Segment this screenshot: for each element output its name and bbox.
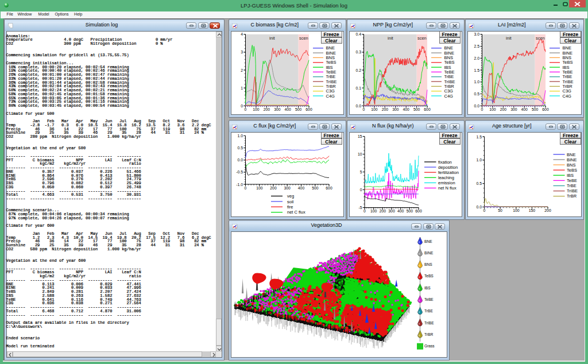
svg-text:1.5: 1.5 (474, 68, 480, 72)
svg-text:TrBR: TrBR (567, 193, 577, 199)
svg-text:0.5: 0.5 (477, 181, 482, 185)
svg-text:TrIBE: TrIBE (424, 321, 434, 325)
svg-text:0.5: 0.5 (474, 92, 480, 96)
svg-text:BNS: BNS (424, 262, 432, 266)
svg-text:0.0: 0.0 (477, 205, 482, 209)
svg-text:0: 0 (481, 107, 483, 111)
svg-text:600: 600 (542, 107, 549, 111)
svg-text:3.0: 3.0 (474, 32, 480, 36)
svg-text:fixation: fixation (438, 159, 452, 164)
svg-text:100: 100 (513, 208, 520, 212)
svg-text:0: 0 (363, 209, 366, 213)
svg-text:init: init (388, 35, 394, 40)
svg-text:500: 500 (295, 107, 302, 111)
svg-text:300: 300 (388, 209, 395, 213)
svg-text:600: 600 (305, 107, 312, 111)
svg-text:0: 0 (245, 107, 247, 111)
svg-text:1: 1 (241, 86, 243, 90)
svg-text:400: 400 (285, 107, 292, 111)
svg-text:300: 300 (392, 107, 399, 111)
svg-text:emission: emission (438, 180, 455, 185)
svg-text:100: 100 (253, 107, 260, 111)
svg-text:200: 200 (264, 107, 270, 111)
svg-text:400: 400 (521, 107, 528, 111)
svg-text:C4G: C4G (326, 93, 335, 98)
svg-text:TeBE: TeBE (567, 178, 577, 183)
svg-text:-0.5: -0.5 (236, 170, 243, 174)
svg-text:500: 500 (312, 185, 319, 189)
svg-text:50: 50 (498, 208, 502, 212)
svg-text:Grass: Grass (424, 344, 435, 348)
svg-text:0: 0 (363, 107, 365, 111)
svg-text:-5: -5 (358, 206, 362, 210)
svg-text:100: 100 (256, 185, 263, 189)
svg-text:0.1: 0.1 (356, 86, 362, 90)
svg-text:TrIBE: TrIBE (567, 188, 578, 193)
svg-text:0.3: 0.3 (356, 50, 362, 54)
svg-text:init: init (269, 35, 276, 40)
svg-text:leaching: leaching (438, 175, 454, 180)
svg-text:500: 500 (407, 209, 413, 213)
svg-text:fertilization: fertilization (438, 169, 459, 175)
svg-text:TrBE: TrBE (567, 183, 577, 188)
svg-text:C4G: C4G (444, 93, 454, 98)
svg-text:300: 300 (284, 185, 291, 189)
svg-text:BINE: BINE (424, 251, 434, 255)
svg-text:200: 200 (382, 107, 389, 111)
svg-text:net C flux: net C flux (287, 210, 305, 215)
svg-text:net N flux: net N flux (438, 185, 457, 191)
svg-text:0.0: 0.0 (238, 158, 243, 162)
svg-text:TeBS: TeBS (424, 274, 434, 278)
svg-text:500: 500 (532, 107, 539, 111)
svg-text:1.0: 1.0 (474, 80, 480, 84)
svg-text:600: 600 (326, 185, 332, 189)
svg-text:1.0: 1.0 (477, 158, 482, 162)
svg-text:0: 0 (245, 185, 247, 189)
svg-text:BNE: BNE (424, 239, 432, 243)
svg-text:0.5: 0.5 (238, 146, 243, 150)
svg-text:0: 0 (483, 208, 486, 212)
svg-text:-1.0: -1.0 (236, 182, 243, 186)
svg-text:IBS: IBS (567, 172, 574, 177)
svg-text:scen: scen (417, 35, 427, 40)
svg-text:300: 300 (274, 107, 281, 111)
svg-text:veg: veg (287, 193, 294, 199)
svg-text:500: 500 (413, 107, 420, 111)
svg-text:2.0: 2.0 (474, 56, 480, 60)
svg-text:BNS: BNS (567, 162, 575, 167)
svg-text:C4G: C4G (563, 93, 572, 98)
svg-text:0: 0 (241, 103, 243, 107)
svg-text:3: 3 (241, 50, 243, 54)
svg-text:4: 4 (241, 32, 243, 36)
svg-text:100: 100 (489, 107, 496, 111)
svg-text:0.0: 0.0 (474, 103, 480, 107)
svg-text:deposition: deposition (438, 164, 458, 169)
svg-text:400: 400 (403, 107, 410, 111)
svg-text:2.5: 2.5 (474, 44, 480, 48)
svg-text:200: 200 (544, 208, 551, 212)
svg-text:200: 200 (500, 107, 507, 111)
svg-text:100: 100 (370, 209, 377, 213)
svg-text:10: 10 (358, 152, 362, 156)
svg-text:15: 15 (358, 134, 362, 138)
svg-text:scen: scen (299, 35, 308, 40)
svg-text:TrBE: TrBE (424, 309, 433, 313)
svg-text:0.0: 0.0 (356, 103, 362, 107)
svg-text:150: 150 (529, 208, 536, 212)
svg-text:TeBE: TeBE (424, 297, 434, 301)
svg-text:600: 600 (424, 107, 431, 111)
svg-text:300: 300 (510, 107, 517, 111)
svg-text:400: 400 (397, 209, 404, 213)
svg-text:2: 2 (241, 68, 243, 72)
svg-text:200: 200 (270, 185, 277, 189)
svg-text:IBS: IBS (424, 286, 431, 290)
svg-text:1.5: 1.5 (477, 134, 482, 138)
svg-text:TeBS: TeBS (567, 167, 577, 172)
svg-text:0.2: 0.2 (356, 68, 362, 72)
svg-text:100: 100 (371, 107, 378, 111)
svg-text:0: 0 (360, 188, 362, 192)
svg-text:BINE: BINE (567, 157, 577, 162)
svg-text:soil: soil (287, 199, 294, 204)
svg-text:5: 5 (360, 170, 362, 174)
svg-text:1.0: 1.0 (238, 134, 243, 138)
